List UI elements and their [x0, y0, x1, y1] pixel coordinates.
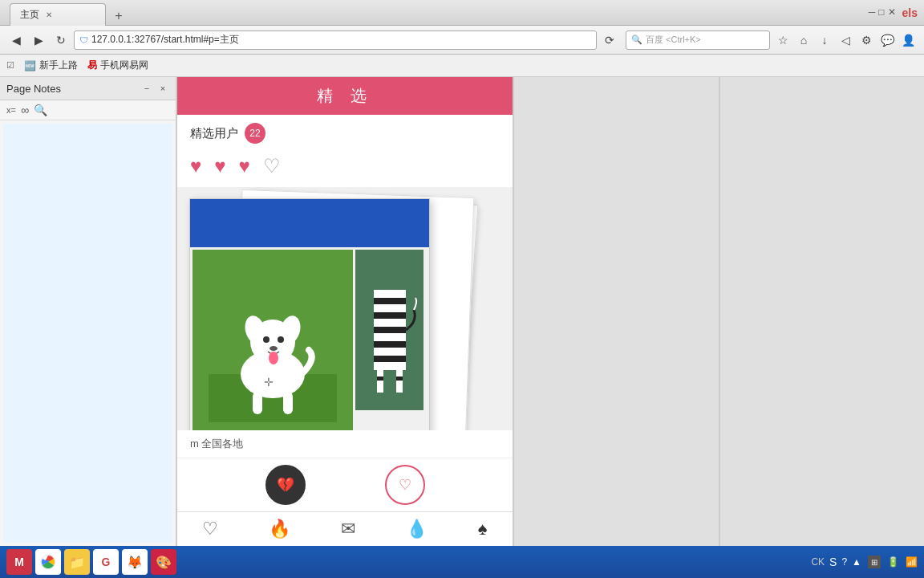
nav-drop-icon[interactable]: 💧 [406, 519, 428, 539]
right-panel-2 [719, 77, 925, 546]
help-icon[interactable]: ? [841, 556, 847, 568]
featured-users-label: 精选用户 [190, 126, 238, 141]
page-notes-close[interactable]: × [156, 82, 169, 95]
featured-users-row: 精选用户 22 [177, 115, 513, 152]
network-icon: ⊞ [868, 556, 881, 568]
page-notes-textarea[interactable] [3, 124, 172, 543]
s-icon: S [829, 556, 837, 568]
shield-icon: 🛡 [79, 35, 88, 45]
taskbar-firefox[interactable]: 🦊 [122, 549, 148, 575]
home-btn[interactable]: ⌂ [794, 31, 813, 50]
address-text: 127.0.0.1:32767/start.html#p=主页 [91, 33, 239, 47]
new-user-icon: 🆕 [24, 60, 36, 71]
chat-btn[interactable]: 💬 [877, 31, 897, 50]
card-top-bar [190, 199, 429, 247]
featured-header: 精 选 [177, 77, 513, 115]
bookmark-163[interactable]: 易 手机网易网 [87, 59, 148, 72]
network-symbol: ⊞ [871, 558, 877, 567]
window-minimize[interactable]: ─ [869, 6, 876, 19]
window-maximize[interactable]: □ [878, 6, 884, 19]
phone-frame: 精 选 精选用户 22 ♥ ♥ ♥ ♡ [176, 77, 513, 546]
profile-btn[interactable]: 👤 [898, 31, 918, 50]
heart-4-outline[interactable]: ♡ [263, 155, 281, 177]
bookmark-star-btn[interactable]: ☆ [773, 31, 792, 50]
new-tab-button[interactable]: + [109, 6, 128, 26]
action-bar: 💔 ♡ [177, 458, 513, 511]
heart-2[interactable]: ♥ [214, 155, 225, 177]
bookmark-checkmark: ☑ [6, 60, 14, 71]
taskbar-color[interactable]: 🎨 [151, 549, 176, 575]
heart-1[interactable]: ♥ [190, 155, 201, 177]
svg-point-7 [278, 336, 284, 343]
address-bar[interactable]: 🛡 127.0.0.1:32767/start.html#p=主页 [74, 31, 597, 50]
bookmark-label-1: 新手上路 [39, 59, 78, 72]
dog-photo: ✛ [192, 250, 353, 430]
svg-text:✛: ✛ [264, 376, 274, 389]
settings-btn[interactable]: ⚙ [857, 31, 876, 50]
heart-btn[interactable]: ♡ [385, 465, 425, 505]
taskbar-chrome[interactable] [35, 549, 61, 575]
nav-icons: ☆ ⌂ ↓ ◁ ⚙ 💬 👤 [773, 31, 918, 50]
taskbar-google[interactable]: G [93, 549, 119, 575]
cards-area: ✛ [177, 187, 513, 430]
taskbar-right: CK S ? ▲ ⊞ 🔋 📶 [811, 556, 918, 568]
featured-title: 精 选 [177, 85, 513, 107]
search-engine-icon: 🔍 [631, 35, 642, 45]
search-bar[interactable]: 🔍 百度 <Ctrl+K> [626, 31, 770, 50]
svg-rect-21 [377, 377, 383, 381]
browser-main: 精 选 精选用户 22 ♥ ♥ ♥ ♡ [176, 77, 924, 546]
taskbar: M 📁 G 🦊 🎨 CK S ? ▲ ⊞ 🔋 📶 [0, 546, 924, 578]
system-icons: CK S ? ▲ [811, 556, 861, 568]
svg-point-6 [263, 336, 270, 343]
page-notes-controls: − × [140, 82, 169, 95]
nav-bar: ◀ ▶ ↻ 🛡 127.0.0.1:32767/start.html#p=主页 … [0, 26, 924, 55]
bookmarks-bar: ☑ 🆕 新手上路 易 手机网易网 [0, 55, 924, 77]
broken-heart-icon: 💔 [277, 476, 294, 494]
svg-rect-23 [396, 377, 403, 381]
page-notes-toolbar: x= ∞ 🔍 [0, 100, 176, 120]
forward-button[interactable]: ▶ [29, 31, 48, 50]
page-notes-minimize[interactable]: − [140, 82, 153, 95]
featured-count-badge: 22 [245, 123, 265, 144]
zebra-svg [358, 258, 422, 402]
download-btn[interactable]: ↓ [815, 31, 834, 50]
search-tool-icon[interactable]: 🔍 [34, 104, 47, 116]
taskbar-files[interactable]: 📁 [64, 549, 90, 575]
nav-spade-icon[interactable]: ♠ [478, 519, 488, 539]
heart-outline-icon: ♡ [399, 476, 411, 494]
svg-rect-17 [374, 327, 406, 333]
infinity-tool[interactable]: ∞ [21, 104, 29, 116]
card-main[interactable]: ✛ [189, 198, 430, 430]
nav-heart-icon[interactable]: ♡ [202, 519, 218, 539]
broken-heart-btn[interactable]: 💔 [265, 465, 306, 505]
ck-label: CK [811, 556, 825, 568]
dog-svg: ✛ [209, 262, 337, 422]
heart-3[interactable]: ♥ [239, 155, 250, 177]
svg-rect-16 [374, 312, 406, 319]
refresh-icon[interactable]: ⟳ [600, 31, 619, 50]
arrow-up-icon[interactable]: ▲ [852, 556, 861, 568]
browser-window: 主页 ✕ + ─ □ ✕ els ◀ ▶ ↻ 🛡 127.0.0.1:32767… [0, 0, 924, 578]
nav-flame-icon[interactable]: 🔥 [269, 519, 290, 539]
nav-mail-icon[interactable]: ✉ [341, 519, 355, 539]
svg-point-8 [270, 346, 278, 351]
page-notes-title: Page Notes [6, 83, 61, 95]
svg-rect-18 [374, 341, 406, 348]
history-btn[interactable]: ◁ [836, 31, 855, 50]
signal-icon: 📶 [906, 556, 918, 568]
tab-active[interactable]: 主页 ✕ [10, 3, 106, 26]
bookmark-label-2: 手机网易网 [100, 59, 148, 72]
tab-close-btn[interactable]: ✕ [46, 10, 52, 19]
text-tool[interactable]: x= [6, 105, 16, 115]
svg-rect-11 [283, 392, 293, 414]
bottom-nav: ♡ 🔥 ✉ 💧 ♠ [177, 511, 513, 546]
zebra-photo [355, 250, 424, 410]
reload-button[interactable]: ↻ [51, 31, 71, 50]
svg-rect-19 [374, 356, 406, 362]
back-button[interactable]: ◀ [6, 31, 26, 50]
taskbar-start[interactable]: M [6, 549, 32, 575]
right-panel-1 [513, 77, 719, 546]
bookmark-new-user[interactable]: 🆕 新手上路 [24, 59, 78, 72]
window-close[interactable]: ✕ [888, 6, 896, 19]
svg-rect-10 [253, 392, 262, 414]
